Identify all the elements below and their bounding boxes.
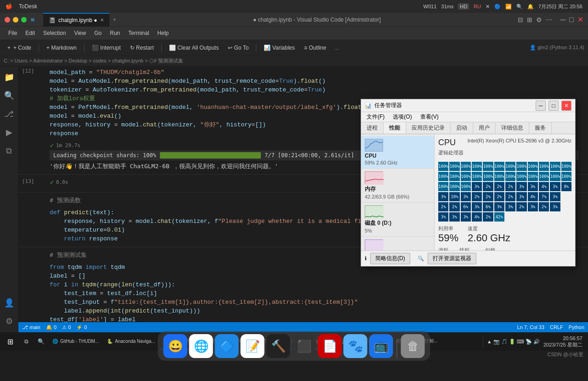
language-mode: Python [569, 324, 584, 330]
activity-search[interactable]: 🔍 [2, 88, 17, 103]
goto-btn[interactable]: ↩ Go To [224, 43, 252, 52]
dock-terminal[interactable]: ⬛ [292, 334, 316, 358]
clear-all-btn[interactable]: ⬜ Clear All Outputs [165, 43, 222, 52]
win-start-btn[interactable]: ⊞ [2, 333, 18, 350]
datetime: 7月25日 周二 20:56 [538, 3, 582, 10]
dock-todesk[interactable]: 📺 [369, 334, 393, 358]
tm-tab-process[interactable]: 进程 [361, 122, 384, 134]
menu-edit[interactable]: Edit [22, 28, 39, 38]
cell-15-line-10: test_df['label'] = label [50, 315, 579, 322]
dock-chrome[interactable]: 🌐 [189, 334, 213, 358]
win-taskview-btn[interactable]: ⧉ [19, 333, 33, 350]
menu-file[interactable]: File [5, 28, 21, 38]
layout-icon[interactable]: ⊟ [518, 16, 523, 23]
todesk-app-name[interactable]: ToDesk [19, 3, 37, 10]
cpu-cell: 3% [505, 202, 515, 211]
brief-info-btn[interactable]: 简略信息(D) [370, 253, 410, 264]
tm-sidebar-net1[interactable]: 以太网 未连接 [361, 237, 434, 250]
dock-trash[interactable]: 🗑 [401, 334, 425, 358]
tm-tab-services[interactable]: 服务 [529, 122, 552, 134]
add-markdown-btn[interactable]: + Markdown [43, 43, 80, 52]
tm-sidebar-disk[interactable]: 磁盘 0 (D:) 5% [361, 203, 434, 237]
menu-terminal[interactable]: Terminal [124, 28, 153, 38]
dock-clion[interactable]: 🔨 [266, 334, 290, 358]
win-taskitem-github[interactable]: 🌐 GitHub - THUDM... [49, 333, 102, 350]
cpu-title: CPU [438, 138, 464, 148]
minimize-button[interactable] [13, 17, 18, 23]
cpu-cell: 100% [539, 162, 549, 171]
apple-icon[interactable]: 🍎 [6, 3, 12, 10]
win-search-btn[interactable]: 🔍 [34, 333, 48, 350]
tm-tab-users[interactable]: 用户 [473, 122, 496, 134]
git-branch[interactable]: ⎇ main [22, 324, 40, 330]
cpu-speed-block: 速度 2.60 GHz [468, 225, 510, 244]
menu-go[interactable]: Go [90, 28, 105, 38]
minimize-win-icon[interactable]: ─ [560, 16, 565, 24]
tm-menu-view[interactable]: 查看(V) [417, 112, 442, 122]
win-taskitem-anaconda[interactable]: 🐍 Anaconda Naviga... [103, 333, 158, 350]
maximize-button[interactable] [21, 17, 27, 23]
menu-view[interactable]: View [70, 28, 90, 38]
more-icon[interactable]: ⋯ [546, 16, 552, 23]
cpu-cell: 3% [461, 192, 471, 201]
close-button[interactable] [5, 17, 10, 23]
terminal-dock-icon: ⬛ [297, 339, 311, 353]
add-tab-icon[interactable]: + [113, 17, 116, 23]
restart-btn[interactable]: ↻ Restart [126, 43, 158, 52]
speed-value: 2.60 GHz [468, 232, 510, 244]
tm-minimize[interactable]: ─ [536, 101, 546, 111]
notification-icon[interactable]: 🔔 [527, 4, 534, 10]
menu-selection[interactable]: Selection [40, 28, 69, 38]
mem-info: 42.2/63.9 GB (66%) [365, 194, 430, 199]
dock-acrobat[interactable]: 📄 [318, 334, 342, 358]
menu-help[interactable]: Help [154, 28, 173, 38]
tm-menu-options[interactable]: 选项(O) [389, 112, 415, 122]
traffic-lights [5, 17, 27, 23]
cpu-cell: 100% [483, 172, 493, 181]
settings-icon[interactable]: ⚙ [536, 16, 542, 23]
dock-finder[interactable]: 😀 [164, 334, 187, 358]
dock-vscode[interactable]: 🔷 [215, 334, 239, 358]
split-icon[interactable]: ⊞ [527, 16, 532, 23]
open-monitor-btn[interactable]: 打开资源监视器 [428, 253, 476, 264]
cpu-name: CPU [365, 153, 430, 159]
activity-git[interactable]: ⎇ [2, 107, 17, 121]
activity-settings[interactable]: ⚙ [2, 314, 17, 329]
tab-close-icon[interactable]: ✕ [100, 17, 104, 23]
tm-tab-details[interactable]: 详细信息 [496, 122, 529, 134]
activity-account[interactable]: 👤 [2, 296, 17, 310]
cpu-cell: 100% [449, 172, 459, 181]
vscode-dock-icon: 🔷 [220, 339, 234, 353]
tm-sidebar-cpu[interactable]: CPU 59% 2.60 GHz [361, 136, 434, 169]
activity-explorer[interactable]: 📁 [2, 70, 17, 85]
search-icon[interactable]: 🔍 [516, 4, 523, 10]
close-win-icon[interactable]: ✕ [577, 15, 583, 24]
cpu-cell: 100% [483, 162, 493, 171]
tm-tab-history[interactable]: 应用历史记录 [406, 122, 451, 134]
wifi-icon: 📶 [505, 4, 512, 10]
variables-btn[interactable]: 📊 Variables [260, 43, 298, 52]
cpu-cell: 6% [483, 202, 493, 211]
activity-run[interactable]: ▶ [2, 125, 17, 140]
interrupt-btn[interactable]: ⬛ Interrupt [88, 43, 124, 52]
dock-paw[interactable]: 🐾 [344, 334, 368, 358]
activity-extensions[interactable]: ⧉ [2, 143, 17, 158]
maximize-win-icon[interactable]: □ [569, 16, 574, 24]
active-tab[interactable]: 📓 chatglm.ipynb ● ✕ [43, 13, 109, 27]
tm-titlebar: 📊 任务管理器 ─ □ ✕ [361, 99, 575, 112]
tm-menubar: 文件(F) 选项(O) 查看(V) [361, 112, 575, 122]
menu-run[interactable]: Run [106, 28, 124, 38]
tm-tab-startup[interactable]: 启动 [451, 122, 473, 134]
tm-menu-file[interactable]: 文件(F) [363, 112, 388, 122]
outline-btn[interactable]: ≡ Outline [300, 43, 330, 52]
tm-tab-perf[interactable]: 性能 [384, 122, 406, 134]
dock-typora[interactable]: 📝 [241, 334, 265, 358]
tm-maximize[interactable]: □ [548, 101, 559, 111]
mac-topbar-left: 🍎 ToDesk [6, 3, 37, 10]
add-code-btn[interactable]: + + Code [4, 43, 35, 52]
close-icon[interactable]: ✕ [486, 4, 490, 10]
tm-close[interactable]: ✕ [561, 101, 571, 111]
win-clock[interactable]: 20:56:57 2023/7/25 星期二 [543, 335, 582, 348]
cpu-cell: 4% [472, 212, 482, 222]
tm-sidebar-mem[interactable]: 内存 42.2/63.9 GB (66%) [361, 169, 434, 203]
